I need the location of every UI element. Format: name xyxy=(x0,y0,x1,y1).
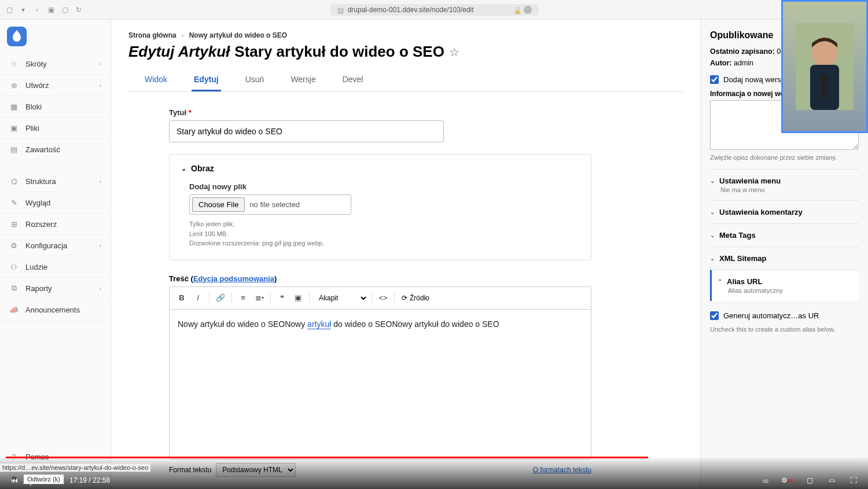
sidebar-item-blocks[interactable]: ▦ Bloki xyxy=(0,96,111,117)
dropdown-icon[interactable]: ▾ xyxy=(19,5,28,14)
back-icon[interactable]: ‹ xyxy=(32,5,42,14)
ckeditor-toolbar: B I 🔗 ≡ ≣▾ ❝ ▣ Akapit <> xyxy=(169,286,591,309)
browser-topbar: ▢ ▾ ‹ ▣ ▢ ↻ ▤ drupal-demo-001.ddev.site/… xyxy=(0,0,868,20)
tree-icon: ⌬ xyxy=(9,177,19,186)
auto-alias-label: Generuj automatycz…as UR xyxy=(723,311,819,320)
file-input-wrapper[interactable]: Choose File no file selected xyxy=(189,194,351,215)
acc-meta-tags[interactable]: ⌄Meta Tags xyxy=(710,223,859,247)
required-indicator: * xyxy=(186,108,192,117)
sidebar-item-content[interactable]: ▤ Zawartość xyxy=(0,139,111,160)
people-icon: ⚇ xyxy=(9,262,19,271)
local-tasks-tabs: Widok Edytuj Usuń Wersje Devel xyxy=(128,69,683,92)
sidebar-toggle-icon[interactable]: ▢ xyxy=(5,5,14,14)
blockquote-button[interactable]: ❝ xyxy=(274,291,289,306)
chevron-up-icon: ⌃ xyxy=(718,278,722,285)
acc-url-alias[interactable]: ⌃Alias URL Alias automatyczny xyxy=(710,270,859,301)
tab-revisions[interactable]: Wersje xyxy=(288,69,318,91)
refresh-icon[interactable]: ↻ xyxy=(74,5,83,14)
settings-button[interactable]: ⚙HD xyxy=(782,475,793,486)
theater-button[interactable]: ▭ xyxy=(826,475,837,486)
numbered-list-button[interactable]: ≣▾ xyxy=(252,291,267,306)
code-button[interactable]: <> xyxy=(376,291,391,306)
chevron-right-icon: › xyxy=(100,61,101,67)
svg-rect-3 xyxy=(821,75,828,98)
breadcrumb: Strona główna › Nowy artykuł do wideo o … xyxy=(128,31,683,39)
sidebar-item-label: Raporty xyxy=(25,284,93,293)
source-button[interactable]: ⟳ Źródło xyxy=(398,292,433,304)
bullet-list-button[interactable]: ≡ xyxy=(236,291,251,306)
new-revision-checkbox[interactable] xyxy=(710,75,719,84)
sidebar-item-label: Announcements xyxy=(25,306,101,314)
tab-edit[interactable]: Edytuj xyxy=(192,69,221,91)
tab-devel[interactable]: Devel xyxy=(340,69,366,91)
page-title: Edytuj Artykuł Stary artykuł do wideo o … xyxy=(128,43,683,61)
acc-menu-settings[interactable]: ⌄Ustawienia menu Nie ma w menu xyxy=(710,169,859,200)
page-title-prefix: Edytuj Artykuł xyxy=(128,43,230,61)
status-bar-url: https://d…ev.site/news/stary-artykul-do-… xyxy=(0,464,150,472)
favorite-star-icon[interactable]: ☆ xyxy=(449,45,459,59)
webcam-overlay xyxy=(781,0,868,133)
more-icon[interactable]: ⋯ xyxy=(524,6,532,14)
chevron-right-icon: › xyxy=(182,32,183,39)
tab-delete[interactable]: Usuń xyxy=(243,69,267,91)
megaphone-icon: 📣 xyxy=(9,305,19,314)
brush-icon: ✎ xyxy=(9,198,19,207)
sidebar-item-announcements[interactable]: 📣 Announcements xyxy=(0,299,111,321)
sidebar-item-extend[interactable]: ⊞ Rozszerz xyxy=(0,214,111,235)
chevron-right-icon: › xyxy=(100,285,101,292)
image-fieldset-toggle[interactable]: ⌄ Obraz xyxy=(181,164,579,173)
reader-icon: ▤ xyxy=(337,6,344,13)
url-bar[interactable]: ▤ drupal-demo-001.ddev.site/node/103/edi… xyxy=(330,4,539,16)
edit-summary-link[interactable]: Edycja podsumowania xyxy=(193,274,274,283)
sidebar-item-appearance[interactable]: ✎ Wygląd xyxy=(0,192,111,214)
url-text: drupal-demo-001.ddev.site/node/103/edit xyxy=(348,6,474,14)
drupal-logo-icon[interactable] xyxy=(7,27,27,46)
sidebar-item-label: Utwórz xyxy=(25,81,93,90)
sidebar-item-structure[interactable]: ⌬ Struktura › xyxy=(0,171,111,192)
sidebar-item-config[interactable]: ⚙ Konfiguracja › xyxy=(0,235,111,256)
sidebar-item-reports[interactable]: ⧉ Raporty › xyxy=(0,278,111,299)
progress-played xyxy=(6,457,648,458)
chart-icon: ⧉ xyxy=(9,284,19,293)
auto-alias-checkbox[interactable] xyxy=(710,311,719,320)
sidebar-item-shortcuts[interactable]: ☆ Skróty › xyxy=(0,53,111,75)
sidebar-item-create[interactable]: ⊕ Utwórz › xyxy=(0,75,111,96)
miniplayer-button[interactable]: ▢ xyxy=(804,475,815,486)
sidebar-item-label: Rozszerz xyxy=(25,220,101,229)
plus-icon: ⊕ xyxy=(9,80,19,90)
app-icon-2[interactable]: ▢ xyxy=(60,5,69,14)
sidebar-item-people[interactable]: ⚇ Ludzie xyxy=(0,256,111,278)
sidebar-item-label: Pliki xyxy=(25,124,101,133)
chevron-down-icon: ⌄ xyxy=(710,232,715,238)
tab-view[interactable]: Widok xyxy=(142,69,170,91)
fullscreen-button[interactable]: ⛶ xyxy=(848,475,859,486)
progress-bar[interactable] xyxy=(6,457,862,458)
auto-alias-help: Uncheck this to create a custom alias be… xyxy=(710,326,859,333)
sidebar-item-label: Wygląd xyxy=(25,198,101,207)
heading-select[interactable]: Akapit xyxy=(313,291,368,305)
media-button[interactable]: ▣ xyxy=(290,291,306,306)
sidebar-item-label: Ludzie xyxy=(25,263,101,271)
doc-icon: ▤ xyxy=(9,145,19,154)
bold-button[interactable]: B xyxy=(174,291,189,306)
italic-button[interactable]: I xyxy=(190,291,205,306)
app-icon-1[interactable]: ▣ xyxy=(46,5,56,14)
lock-icon: 🔒 xyxy=(513,6,520,13)
breadcrumb-home[interactable]: Strona główna xyxy=(128,31,176,39)
chevron-right-icon: › xyxy=(100,82,101,89)
acc-xml-sitemap[interactable]: ⌄XML Sitemap xyxy=(710,247,859,270)
chevron-down-icon: ⌄ xyxy=(181,165,186,172)
choose-file-button[interactable]: Choose File xyxy=(192,197,245,212)
title-input[interactable] xyxy=(169,120,444,142)
captions-button[interactable]: ㏄ xyxy=(760,475,771,486)
sidebar-item-label: Struktura xyxy=(25,177,93,186)
auto-alias-checkbox-row[interactable]: Generuj automatycz…as UR xyxy=(710,311,859,320)
sidebar-item-files[interactable]: ▣ Pliki xyxy=(0,117,111,139)
chevron-down-icon: ⌄ xyxy=(710,178,715,184)
acc-comment-settings[interactable]: ⌄Ustawienia komentarzy xyxy=(710,200,859,223)
prev-button[interactable]: ⏮ xyxy=(9,475,20,486)
ckeditor-body[interactable]: Nowy artykuł do wideo o SEONowy artykuł … xyxy=(169,309,591,459)
revision-help-text: Zwięźle opisz dokonane przez siebie zmia… xyxy=(710,154,859,161)
grid-icon: ▦ xyxy=(9,102,19,111)
link-button[interactable]: 🔗 xyxy=(213,291,228,306)
